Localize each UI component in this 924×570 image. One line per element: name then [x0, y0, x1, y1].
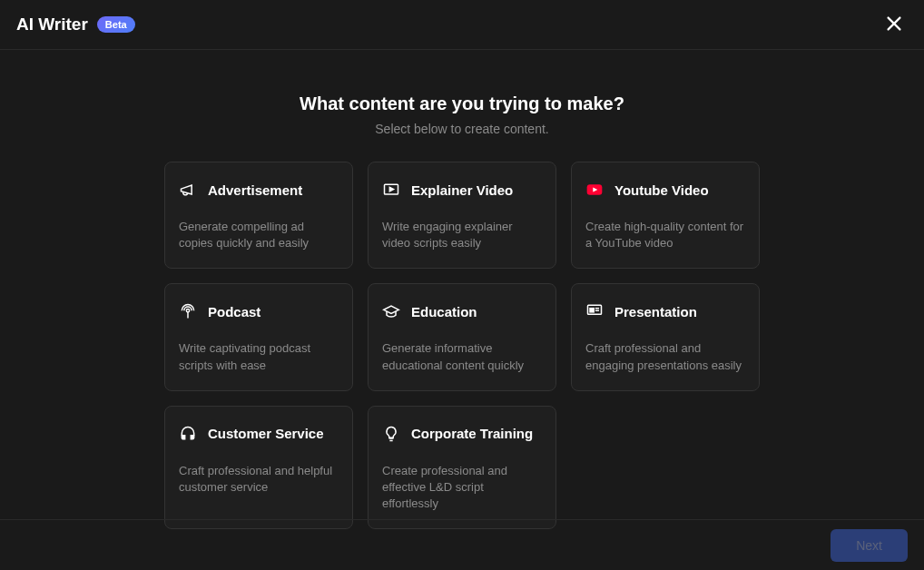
card-desc: Generate compelling ad copies quickly an… — [179, 219, 339, 251]
card-desc: Write captivating podcast scripts with e… — [179, 340, 339, 373]
card-title: Customer Service — [208, 426, 324, 441]
card-customer-service[interactable]: Customer Service Craft professional and … — [164, 406, 353, 530]
card-desc: Craft professional and helpful customer … — [179, 463, 339, 496]
card-title: Presentation — [614, 304, 697, 319]
card-title: Corporate Training — [411, 426, 533, 441]
card-desc: Generate informative educational content… — [382, 340, 542, 373]
card-advertisement[interactable]: Advertisement Generate compelling ad cop… — [164, 162, 353, 269]
app-title: AI Writer — [16, 15, 88, 34]
svg-marker-3 — [389, 188, 393, 192]
card-header: Corporate Training — [382, 425, 542, 443]
header: AI Writer Beta — [0, 0, 924, 50]
card-podcast[interactable]: Podcast Write captivating podcast script… — [164, 283, 353, 390]
card-desc: Create high-quality content for a YouTub… — [585, 219, 745, 251]
card-desc: Craft professional and engaging presenta… — [585, 340, 745, 373]
footer: Next — [0, 519, 924, 570]
video-play-icon — [382, 181, 400, 199]
card-header: Customer Service — [179, 425, 339, 443]
svg-point-6 — [186, 310, 189, 312]
close-icon — [884, 14, 904, 36]
presentation-icon — [585, 302, 604, 320]
beta-badge: Beta — [97, 16, 135, 33]
card-youtube-video[interactable]: Youtube Video Create high-quality conten… — [571, 162, 760, 269]
card-header: Explainer Video — [382, 181, 542, 199]
close-button[interactable] — [880, 10, 908, 40]
card-explainer-video[interactable]: Explainer Video Write engaging explainer… — [368, 162, 556, 269]
page-subheading: Select below to create content. — [0, 122, 924, 136]
card-header: Podcast — [179, 302, 339, 320]
page-heading: What content are you trying to make? — [0, 93, 924, 114]
header-left: AI Writer Beta — [16, 15, 135, 34]
card-title: Education — [411, 304, 477, 319]
lightbulb-icon — [382, 425, 400, 443]
card-title: Explainer Video — [411, 182, 513, 198]
card-header: Presentation — [585, 302, 745, 320]
card-header: Youtube Video — [585, 181, 745, 199]
card-presentation[interactable]: Presentation Craft professional and enga… — [571, 283, 760, 390]
card-header: Education — [382, 302, 542, 320]
megaphone-icon — [179, 181, 197, 199]
card-header: Advertisement — [179, 181, 339, 199]
card-title: Youtube Video — [614, 182, 709, 198]
headset-icon — [179, 425, 197, 443]
card-desc: Write engaging explainer video scripts e… — [382, 219, 542, 251]
next-button[interactable]: Next — [831, 529, 908, 562]
graduation-cap-icon — [382, 302, 400, 320]
card-title: Advertisement — [208, 182, 302, 198]
svg-rect-9 — [590, 309, 594, 312]
main-content: What content are you trying to make? Sel… — [0, 50, 924, 529]
podcast-icon — [179, 302, 197, 320]
youtube-icon — [585, 181, 604, 199]
card-desc: Create professional and effective L&D sc… — [382, 463, 542, 513]
card-title: Podcast — [208, 304, 260, 319]
card-education[interactable]: Education Generate informative education… — [368, 283, 556, 390]
card-corporate-training[interactable]: Corporate Training Create professional a… — [368, 406, 556, 530]
card-grid: Advertisement Generate compelling ad cop… — [0, 162, 924, 529]
